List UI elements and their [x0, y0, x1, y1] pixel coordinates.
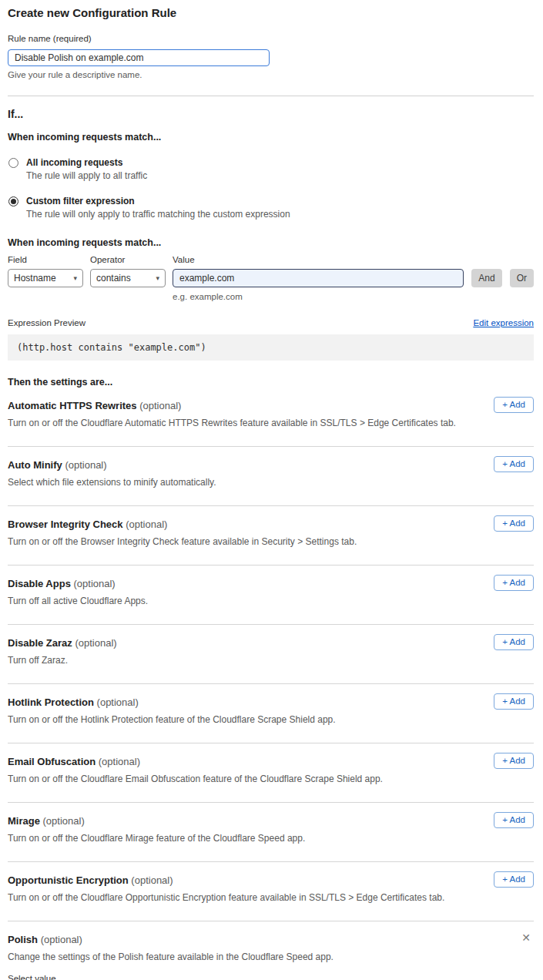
setting-name: Email Obfuscation	[8, 756, 96, 767]
radio-button-icon[interactable]	[8, 158, 18, 168]
setting-title: Disable Zaraz (optional)	[8, 637, 534, 649]
setting-optional-tag: (optional)	[41, 934, 82, 945]
operator-select-value: contains	[96, 273, 131, 284]
select-value-label: Select value	[8, 974, 534, 980]
rule-name-help: Give your rule a descriptive name.	[8, 70, 534, 79]
chevron-down-icon: ▾	[156, 274, 159, 282]
or-button[interactable]: Or	[510, 269, 534, 287]
setting-row: Hotlink Protection (optional) Turn on or…	[8, 684, 534, 743]
field-label: Field	[8, 255, 83, 264]
setting-name: Hotlink Protection	[8, 696, 94, 708]
setting-description: Change the settings of the Polish featur…	[8, 951, 534, 962]
setting-row: Browser Integrity Check (optional) Turn …	[8, 506, 534, 566]
expression-preview-code: (http.host contains "example.com")	[8, 334, 534, 361]
radio-description: The rule will apply to all traffic	[26, 170, 147, 181]
setting-optional-tag: (optional)	[97, 696, 139, 708]
add-setting-button[interactable]: + Add	[494, 812, 534, 828]
radio-description: The rule will only apply to traffic matc…	[26, 209, 290, 220]
setting-row: Mirage (optional) Turn on or off the Clo…	[8, 803, 534, 862]
setting-row: Disable Zaraz (optional) Turn off Zaraz.…	[8, 625, 534, 684]
field-select-value: Hostname	[14, 273, 56, 284]
create-configuration-rule-page: Create new Configuration Rule Rule name …	[0, 0, 543, 980]
setting-title: Browser Integrity Check (optional)	[8, 519, 534, 530]
rule-name-section: Rule name (required) Give your rule a de…	[8, 31, 534, 79]
add-setting-button[interactable]: + Add	[494, 515, 534, 532]
setting-description: Turn off all active Cloudflare Apps.	[8, 596, 534, 606]
setting-optional-tag: (optional)	[139, 400, 181, 411]
radio-label: Custom filter expression	[26, 196, 290, 206]
radio-button-icon[interactable]	[8, 196, 18, 206]
expression-preview-label: Expression Preview	[8, 318, 85, 327]
operator-select[interactable]: contains ▾	[90, 269, 166, 287]
radio-option-all-incoming-requests[interactable]: All incoming requests The rule will appl…	[8, 157, 534, 181]
settings-heading: Then the settings are...	[8, 377, 534, 388]
setting-row: Disable Apps (optional) Turn off all act…	[8, 566, 534, 625]
expression-preview-header: Expression Preview Edit expression	[8, 318, 534, 327]
add-setting-button[interactable]: + Add	[494, 753, 534, 769]
setting-optional-tag: (optional)	[65, 459, 106, 471]
setting-description: Turn on or off the Cloudflare Automatic …	[8, 418, 534, 428]
setting-description: Select which file extensions to minify a…	[8, 477, 534, 488]
setting-description: Turn on or off the Browser Integrity Che…	[8, 536, 534, 547]
operator-label: Operator	[90, 255, 166, 264]
setting-name: Auto Minify	[8, 459, 62, 471]
setting-row-polish: Polish (optional) ✕ Change the settings …	[8, 921, 534, 980]
setting-name: Mirage	[8, 815, 40, 827]
edit-expression-link[interactable]: Edit expression	[473, 318, 534, 327]
match-heading: When incoming requests match...	[8, 132, 534, 143]
value-label: Value	[173, 255, 464, 264]
value-input[interactable]	[173, 269, 464, 287]
setting-optional-tag: (optional)	[126, 519, 167, 530]
setting-description: Turn on or off the Cloudflare Opportunis…	[8, 892, 534, 903]
setting-optional-tag: (optional)	[43, 815, 85, 827]
settings-list: Automatic HTTPS Rewrites (optional) Turn…	[8, 388, 534, 921]
rule-name-label: Rule name (required)	[8, 34, 92, 43]
add-setting-button[interactable]: + Add	[494, 634, 534, 650]
add-setting-button[interactable]: + Add	[494, 456, 534, 472]
page-title: Create new Configuration Rule	[8, 6, 534, 19]
value-hint: e.g. example.com	[173, 292, 534, 301]
expression-builder-heading: When incoming requests match...	[8, 237, 534, 248]
setting-optional-tag: (optional)	[74, 578, 116, 589]
setting-description: Turn on or off the Cloudflare Email Obfu…	[8, 774, 534, 784]
setting-title: Automatic HTTPS Rewrites (optional)	[8, 400, 534, 411]
setting-title: Polish (optional)	[8, 934, 534, 945]
setting-name: Automatic HTTPS Rewrites	[8, 400, 137, 411]
setting-title: Hotlink Protection (optional)	[8, 696, 534, 708]
setting-row: Email Obfuscation (optional) Turn on or …	[8, 743, 534, 803]
radio-option-custom-filter-expression[interactable]: Custom filter expression The rule will o…	[8, 196, 534, 220]
setting-description: Turn on or off the Cloudflare Mirage fea…	[8, 833, 534, 844]
add-setting-button[interactable]: + Add	[494, 397, 534, 413]
and-button[interactable]: And	[471, 269, 501, 287]
chevron-down-icon: ▾	[73, 274, 77, 282]
setting-description: Turn off Zaraz.	[8, 655, 534, 666]
rule-name-input[interactable]	[8, 49, 270, 66]
field-select[interactable]: Hostname ▾	[8, 269, 83, 287]
setting-optional-tag: (optional)	[131, 874, 173, 886]
setting-optional-tag: (optional)	[99, 756, 140, 767]
setting-row: Auto Minify (optional) Select which file…	[8, 447, 534, 506]
setting-name: Browser Integrity Check	[8, 519, 123, 530]
setting-optional-tag: (optional)	[75, 637, 116, 649]
if-heading: If...	[8, 108, 534, 120]
setting-description: Turn on or off the Hotlink Protection fe…	[8, 714, 534, 725]
setting-name: Disable Apps	[8, 578, 71, 589]
setting-title: Disable Apps (optional)	[8, 578, 534, 589]
setting-title: Email Obfuscation (optional)	[8, 756, 534, 767]
radio-label: All incoming requests	[26, 157, 147, 168]
setting-row: Opportunistic Encryption (optional) Turn…	[8, 862, 534, 921]
expression-builder: Field Hostname ▾ Operator contains ▾ Val…	[8, 255, 534, 301]
add-setting-button[interactable]: + Add	[494, 575, 534, 591]
setting-title: Auto Minify (optional)	[8, 459, 534, 471]
setting-name: Opportunistic Encryption	[8, 874, 129, 886]
setting-row: Automatic HTTPS Rewrites (optional) Turn…	[8, 388, 534, 447]
setting-title: Opportunistic Encryption (optional)	[8, 874, 534, 886]
setting-name: Polish	[8, 934, 38, 945]
close-icon[interactable]: ✕	[521, 932, 531, 943]
add-setting-button[interactable]: + Add	[494, 693, 534, 710]
setting-title: Mirage (optional)	[8, 815, 534, 827]
section-divider	[8, 96, 534, 96]
setting-name: Disable Zaraz	[8, 637, 72, 649]
add-setting-button[interactable]: + Add	[494, 871, 534, 888]
